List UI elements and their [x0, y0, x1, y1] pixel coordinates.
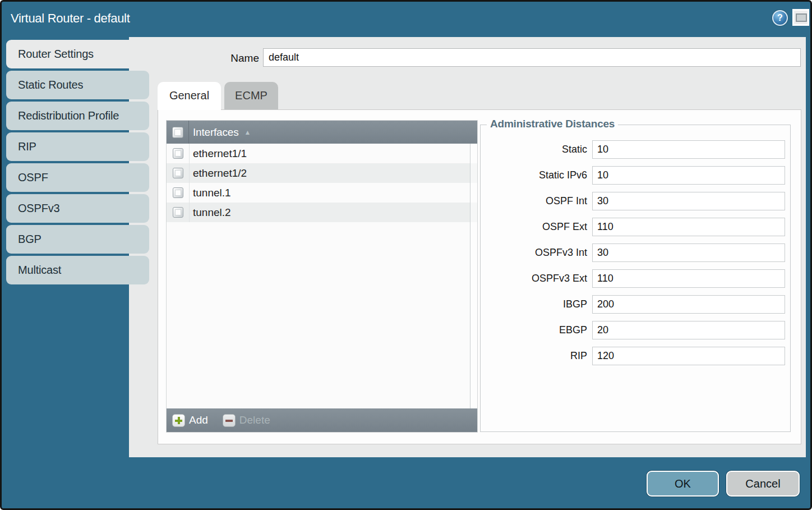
delete-button-label: Delete: [239, 414, 270, 426]
restore-window-icon[interactable]: [792, 9, 809, 26]
ospf-ext-input[interactable]: [592, 218, 785, 236]
add-plus-icon: [172, 414, 185, 427]
interfaces-column-header[interactable]: Interfaces: [193, 126, 238, 139]
static-input[interactable]: [592, 140, 785, 159]
administrative-distances-legend: Administrative Distances: [487, 118, 618, 130]
ospf-int-input[interactable]: [592, 192, 785, 210]
tab-ecmp[interactable]: ECMP: [224, 82, 278, 110]
field-row-ibgp: IBGP: [481, 295, 790, 314]
row-checkbox[interactable]: [173, 168, 183, 178]
ebgp-label: EBGP: [481, 324, 587, 336]
row-checkbox[interactable]: [173, 207, 183, 218]
administrative-distances-rows: Static Static IPv6 OSPF Int OSPF Ext: [481, 125, 790, 373]
add-button-label: Add: [189, 414, 208, 426]
interface-name: ethernet1/2: [193, 167, 247, 180]
delete-button[interactable]: Delete: [223, 414, 270, 427]
table-row[interactable]: tunnel.1: [167, 183, 477, 203]
sidebar-item-static-routes[interactable]: Static Routes: [6, 71, 149, 99]
row-checkbox[interactable]: [173, 148, 183, 159]
ibgp-label: IBGP: [481, 298, 587, 310]
sidebar-item-redistribution-profile[interactable]: Redistribution Profile: [6, 102, 149, 130]
sidebar-item-multicast[interactable]: Multicast: [6, 256, 149, 284]
administrative-distances-fieldset: Administrative Distances Static Static I…: [480, 125, 791, 432]
table-row[interactable]: ethernet1/2: [167, 163, 477, 183]
sidebar-item-ospf[interactable]: OSPF: [6, 163, 149, 192]
row-checkbox-cell: [167, 148, 189, 159]
row-checkbox-cell: [167, 207, 189, 218]
row-checkbox-cell: [167, 168, 189, 178]
content-area: Name General ECMP Interfaces ▲: [129, 37, 806, 457]
ospf-int-label: OSPF Int: [481, 195, 587, 207]
select-all-checkbox[interactable]: [172, 127, 183, 138]
static-ipv6-input[interactable]: [592, 166, 785, 185]
field-row-ospf-ext: OSPF Ext: [481, 218, 790, 236]
sidebar-item-ospfv3[interactable]: OSPFv3: [6, 194, 149, 223]
table-row[interactable]: ethernet1/1: [167, 144, 477, 163]
dialog-title: Virtual Router - default: [11, 11, 130, 26]
help-icon[interactable]: ?: [772, 10, 788, 26]
interfaces-rows: ethernet1/1 ethernet1/2 tunnel.1: [167, 144, 477, 408]
ospfv3-int-label: OSPFv3 Int: [481, 247, 587, 259]
table-scrollbar[interactable]: [470, 144, 477, 408]
interface-name: tunnel.1: [193, 187, 231, 199]
rip-input[interactable]: [592, 347, 785, 365]
restore-window-glyph: [794, 11, 808, 24]
ok-button[interactable]: OK: [647, 471, 719, 497]
ospfv3-ext-label: OSPFv3 Ext: [481, 273, 587, 284]
checkbox-column-divider: [189, 144, 190, 222]
interface-name: tunnel.2: [193, 206, 231, 219]
ospfv3-int-input[interactable]: [592, 243, 785, 262]
field-row-ospf-int: OSPF Int: [481, 192, 790, 210]
add-button[interactable]: Add: [172, 414, 208, 427]
field-row-ospfv3-ext: OSPFv3 Ext: [481, 269, 790, 288]
sidebar-item-router-settings[interactable]: Router Settings: [6, 40, 149, 68]
sidebar-item-bgp[interactable]: BGP: [6, 225, 149, 254]
row-checkbox-cell: [167, 187, 189, 198]
sidebar: Router Settings Static Routes Redistribu…: [6, 40, 149, 287]
static-ipv6-label: Static IPv6: [481, 169, 587, 181]
table-row[interactable]: tunnel.2: [167, 203, 477, 222]
delete-minus-icon: [223, 414, 236, 427]
row-checkbox[interactable]: [173, 187, 183, 198]
cancel-button[interactable]: Cancel: [726, 471, 800, 497]
field-row-static-ipv6: Static IPv6: [481, 166, 790, 185]
field-row-ebgp: EBGP: [481, 321, 790, 339]
field-row-ospfv3-int: OSPFv3 Int: [481, 243, 790, 262]
sort-ascending-icon[interactable]: ▲: [244, 128, 251, 136]
rip-label: RIP: [481, 350, 587, 362]
virtual-router-dialog: Virtual Router - default ? Name General …: [0, 0, 812, 510]
interfaces-table-header: Interfaces ▲: [167, 121, 477, 144]
select-all-cell: [167, 121, 189, 144]
field-row-rip: RIP: [481, 347, 790, 365]
field-row-static: Static: [481, 140, 790, 159]
sidebar-item-rip[interactable]: RIP: [6, 132, 149, 161]
interfaces-table: Interfaces ▲ ethernet1/1 etherne: [167, 121, 477, 432]
interface-name: ethernet1/1: [193, 148, 247, 160]
name-input[interactable]: [263, 48, 801, 67]
ospfv3-ext-input[interactable]: [592, 269, 785, 288]
ebgp-input[interactable]: [592, 321, 785, 339]
general-tab-panel: Interfaces ▲ ethernet1/1 etherne: [158, 109, 801, 444]
ospf-ext-label: OSPF Ext: [481, 221, 587, 233]
tab-general[interactable]: General: [158, 82, 221, 110]
interfaces-table-footer: Add Delete: [167, 408, 477, 432]
ibgp-input[interactable]: [592, 295, 785, 314]
static-label: Static: [481, 144, 587, 155]
